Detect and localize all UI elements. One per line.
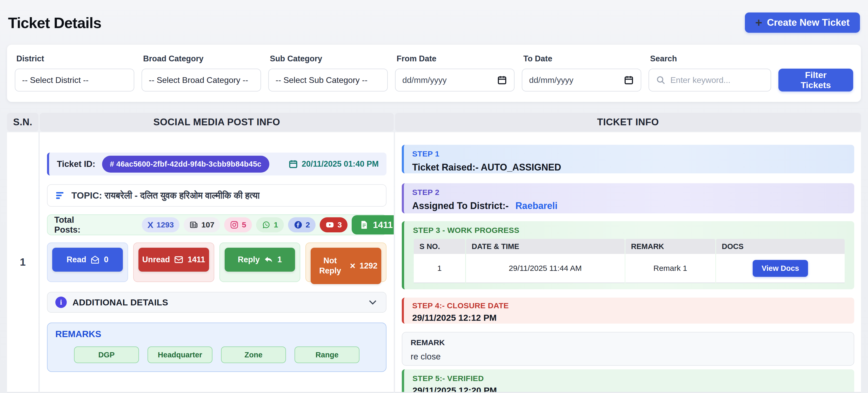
view-docs-button[interactable]: View Docs — [753, 260, 808, 277]
step1-text: Ticket Raised:- AUTO_ASSIGNED — [412, 162, 846, 173]
step5-card: STEP 5:- VERIFIED 29/11/2025 12:20 PM RE… — [402, 369, 854, 392]
read-button[interactable]: Read 0 — [52, 248, 123, 272]
wp-col-docs: DOCS — [716, 239, 845, 254]
calendar-icon — [624, 75, 634, 85]
news-count-pill: 107 — [184, 217, 220, 232]
youtube-icon — [326, 220, 334, 229]
x-twitter-count-pill: X 1293 — [142, 217, 180, 232]
news-icon — [189, 220, 198, 229]
calendar-icon — [288, 159, 298, 169]
step4-card: STEP 4:- CLOSURE DATE 29/11/2025 12:12 P… — [402, 298, 854, 324]
district-select[interactable]: -- Select District -- — [15, 68, 134, 91]
unread-stat-card: Unread 1411 — [133, 243, 214, 282]
read-stat-card: Read 0 — [47, 243, 128, 282]
step2-card: STEP 2 Assigned To District:- Raebareli — [402, 183, 854, 214]
instagram-icon — [230, 220, 239, 229]
district-select-value: -- Select District -- — [22, 75, 89, 85]
page-title: Ticket Details — [8, 14, 101, 31]
ticket-info-cell: STEP 1 Ticket Raised:- AUTO_ASSIGNED STE… — [395, 132, 861, 392]
wp-col-sno: S NO. — [414, 239, 465, 254]
calendar-icon — [497, 75, 507, 85]
column-header-sn: S.N. — [7, 113, 38, 132]
assigned-district-label: Assigned To District:- — [412, 200, 508, 211]
total-posts-count: 1411 — [373, 220, 393, 230]
topic-text: TOPIC: रायबरेली - दलित युवक हरिओम वाल्मी… — [71, 190, 260, 201]
table-row: 1 Ticket ID: # 46ac5600-2fbf-42dd-9f4b-3… — [7, 132, 861, 392]
instagram-count-pill: 5 — [224, 217, 252, 232]
broad-category-filter-group: Broad Category -- Select Broad Category … — [142, 54, 261, 91]
search-placeholder: Enter keyword... — [670, 75, 730, 85]
not-reply-label: Not Reply — [314, 256, 346, 276]
wp-col-datetime: DATE & TIME — [466, 239, 625, 254]
step1-card: STEP 1 Ticket Raised:- AUTO_ASSIGNED — [402, 145, 854, 173]
search-icon — [656, 75, 666, 85]
row-serial-number: 1 — [7, 132, 38, 392]
instagram-count: 5 — [242, 220, 246, 229]
ticket-details-page: Ticket Details + Create New Ticket Distr… — [0, 0, 868, 392]
table-header: S.N. SOCIAL MEDIA POST INFO TICKET INFO — [7, 113, 861, 132]
step2-title: STEP 2 — [412, 188, 846, 197]
work-progress-header-row: S NO. DATE & TIME REMARK DOCS — [414, 239, 845, 254]
to-date-filter-group: To Date dd/mm/yyyy — [522, 54, 641, 91]
whatsapp-count-pill: 1 — [256, 217, 284, 232]
facebook-count-pill: 2 — [288, 217, 316, 232]
ticket-created-date-text: 20/11/2025 01:40 PM — [302, 159, 379, 169]
chevron-down-icon — [367, 297, 378, 308]
not-reply-button[interactable]: Not Reply × 1292 — [311, 248, 381, 284]
mail-icon — [174, 255, 183, 264]
list-icon — [55, 190, 66, 201]
search-filter-group: Search Enter keyword... — [649, 54, 771, 91]
from-date-label: From Date — [397, 54, 515, 63]
remark-range-button[interactable]: Range — [294, 346, 360, 363]
create-new-ticket-button[interactable]: + Create New Ticket — [745, 12, 860, 33]
read-label: Read — [66, 255, 86, 264]
facebook-icon — [294, 220, 303, 229]
to-date-input[interactable]: dd/mm/yyyy — [522, 68, 641, 91]
reply-label: Reply — [238, 255, 260, 264]
to-date-label: To Date — [523, 54, 641, 63]
close-icon: × — [350, 261, 355, 271]
broad-category-label: Broad Category — [143, 54, 261, 63]
remarks-buttons-row: DGP Headquarter Zone Range — [55, 346, 378, 363]
to-date-placeholder: dd/mm/yyyy — [529, 75, 574, 85]
additional-details-toggle[interactable]: i ADDITIONAL DETAILS — [47, 292, 386, 313]
step2-text: Assigned To District:- Raebareli — [412, 200, 846, 211]
remarks-section: REMARKS DGP Headquarter Zone Range — [47, 322, 386, 372]
total-posts-label: Total Posts: — [54, 215, 81, 235]
assigned-district-value: Raebareli — [515, 200, 557, 211]
wp-row-sno: 1 — [414, 254, 465, 283]
work-progress-table: S NO. DATE & TIME REMARK DOCS 1 29/11/20… — [413, 239, 845, 283]
ticket-id-label: Ticket ID: — [57, 159, 95, 169]
closure-remark-label: REMARK — [411, 338, 845, 347]
step4-title: STEP 4:- CLOSURE DATE — [412, 301, 846, 310]
total-posts-badge: 1411 — [352, 215, 394, 234]
whatsapp-icon — [262, 220, 271, 229]
broad-category-select-value: -- Select Broad Category -- — [149, 75, 248, 85]
closure-remark-card: REMARK re close — [402, 332, 854, 366]
reply-count: 1 — [277, 255, 282, 264]
social-media-post-info-cell: Ticket ID: # 46ac5600-2fbf-42dd-9f4b-3cb… — [40, 132, 394, 392]
sub-category-select[interactable]: -- Select Sub Category -- — [268, 68, 388, 91]
unread-label: Unread — [142, 255, 170, 264]
from-date-input[interactable]: dd/mm/yyyy — [395, 68, 515, 91]
step4-date: 29/11/2025 12:12 PM — [412, 313, 846, 323]
search-input[interactable]: Enter keyword... — [649, 68, 771, 91]
not-reply-stat-card: Not Reply × 1292 — [305, 243, 386, 282]
ticket-created-date: 20/11/2025 01:40 PM — [288, 159, 379, 169]
filter-tickets-button[interactable]: Filter Tickets — [778, 68, 853, 91]
broad-category-select[interactable]: -- Select Broad Category -- — [142, 68, 261, 91]
x-twitter-count: 1293 — [157, 220, 174, 229]
create-new-ticket-label: Create New Ticket — [767, 17, 849, 28]
wp-row-remark: Remark 1 — [625, 254, 716, 283]
remark-zone-button[interactable]: Zone — [221, 346, 286, 363]
mail-open-icon — [90, 255, 100, 264]
from-date-filter-group: From Date dd/mm/yyyy — [395, 54, 515, 91]
reply-button[interactable]: Reply 1 — [225, 248, 295, 272]
step3-title: STEP 3 - WORK PROGRESS — [413, 226, 845, 235]
remark-headquarter-button[interactable]: Headquarter — [148, 346, 213, 363]
unread-button[interactable]: Unread 1411 — [138, 248, 209, 272]
remark-dgp-button[interactable]: DGP — [74, 346, 139, 363]
wp-row-datetime: 29/11/2025 11:44 AM — [466, 254, 625, 283]
facebook-count: 2 — [306, 220, 310, 229]
x-twitter-icon: X — [148, 220, 154, 229]
